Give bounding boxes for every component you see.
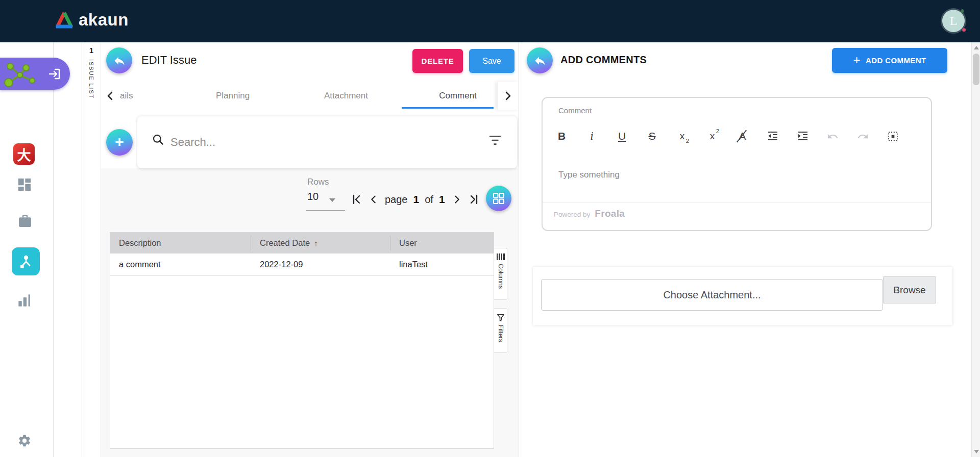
back-button[interactable] bbox=[527, 47, 553, 73]
outdent-button[interactable] bbox=[757, 122, 788, 150]
column-header-created-date[interactable]: Created Date↑ bbox=[260, 233, 318, 253]
plus-icon: + bbox=[115, 134, 124, 149]
scrollbar-thumb[interactable] bbox=[973, 54, 979, 85]
outdent-icon bbox=[767, 131, 779, 142]
sidebar-item-app[interactable]: 大 bbox=[13, 143, 35, 165]
vertical-scrollbar[interactable] bbox=[971, 42, 980, 457]
indent-icon bbox=[797, 131, 809, 142]
comment-field-label: Comment bbox=[558, 106, 592, 115]
sidebar-item-workspace-active[interactable] bbox=[0, 58, 70, 90]
scroll-up-icon[interactable] bbox=[974, 46, 979, 49]
sidebar-item-briefcase[interactable] bbox=[17, 213, 33, 229]
add-comments-panel: ADD COMMENTS + ADD COMMENT Comment B i U… bbox=[519, 42, 971, 457]
issue-count: 1 bbox=[89, 46, 93, 55]
add-comment-row-button[interactable]: + bbox=[106, 129, 133, 156]
tab-details-clipped[interactable]: ails bbox=[120, 82, 133, 110]
rows-select-underline bbox=[306, 210, 345, 211]
cell-created-date: 2022-12-09 bbox=[260, 253, 303, 275]
italic-button[interactable]: i bbox=[577, 122, 607, 150]
sidebar-item-reports[interactable] bbox=[17, 294, 32, 307]
of-word: of bbox=[425, 194, 433, 206]
next-page-button[interactable] bbox=[450, 192, 464, 207]
sidebar-item-workflow-selected[interactable] bbox=[12, 247, 40, 275]
last-page-button[interactable] bbox=[467, 192, 481, 207]
akaun-triangle-icon bbox=[54, 10, 75, 30]
current-page-number: 1 bbox=[413, 193, 420, 206]
search-card bbox=[137, 116, 517, 168]
avatar-flower-decoration bbox=[962, 28, 966, 32]
strikethrough-button[interactable]: S bbox=[637, 122, 667, 150]
superscript-button[interactable]: x2 bbox=[697, 122, 727, 150]
last-page-icon bbox=[468, 193, 480, 206]
rows-select-caret-icon[interactable] bbox=[329, 198, 335, 202]
tab-comment-selected[interactable]: Comment bbox=[439, 82, 477, 110]
search-input[interactable] bbox=[169, 132, 457, 153]
browse-button[interactable]: Browse bbox=[883, 276, 936, 303]
subscript-icon: x2 bbox=[680, 131, 685, 142]
tabs-scroll-right[interactable] bbox=[498, 82, 519, 110]
tab-attachment[interactable]: Attachment bbox=[324, 82, 368, 110]
akaun-logo: akaun bbox=[54, 10, 129, 30]
created-date-label: Created Date bbox=[260, 238, 310, 247]
columns-label: Columns bbox=[497, 264, 504, 289]
scroll-down-icon[interactable] bbox=[974, 450, 979, 453]
select-all-button[interactable] bbox=[878, 122, 908, 150]
delete-button[interactable]: DELETE bbox=[412, 49, 463, 73]
issue-tabs: ails Planning Attachment Comment bbox=[100, 82, 519, 110]
subscript-button[interactable]: x2 bbox=[667, 122, 697, 150]
save-button[interactable]: Save bbox=[469, 49, 514, 73]
column-header-description[interactable]: Description bbox=[119, 233, 161, 253]
user-avatar[interactable]: L bbox=[942, 10, 965, 32]
chevron-left-icon bbox=[107, 91, 113, 100]
briefcase-icon bbox=[17, 213, 33, 229]
attachment-placeholder: Choose Attachment... bbox=[663, 289, 761, 301]
tabs-scroll-left[interactable] bbox=[102, 82, 117, 110]
column-header-user[interactable]: User bbox=[399, 233, 417, 253]
powered-by-froala: Powered by Froala bbox=[554, 208, 625, 219]
first-page-icon bbox=[350, 193, 362, 206]
columns-side-tab[interactable]: Columns bbox=[494, 248, 507, 300]
superscript-icon: x2 bbox=[710, 131, 715, 142]
rows-per-page-select[interactable]: 10 bbox=[307, 191, 318, 202]
bold-button[interactable]: B bbox=[547, 122, 577, 150]
gear-icon bbox=[17, 434, 32, 448]
dashboard-icon bbox=[16, 176, 33, 193]
issue-list-collapsed-panel[interactable]: 1 ISSUE LIST bbox=[82, 42, 101, 457]
powered-by-text: Powered by bbox=[554, 211, 590, 218]
comment-editor: Comment B i U S x2 x2 A bbox=[542, 97, 932, 231]
table-row[interactable]: a comment 2022-12-09 linaTest bbox=[110, 253, 494, 276]
sidebar-item-dashboard[interactable] bbox=[16, 176, 33, 193]
tab-planning[interactable]: Planning bbox=[216, 82, 250, 110]
brand-name: akaun bbox=[79, 10, 129, 30]
choose-attachment-input[interactable]: Choose Attachment... bbox=[541, 279, 883, 311]
comments-table: Description Created Date↑ User a comment… bbox=[110, 232, 494, 449]
total-pages-number: 1 bbox=[439, 193, 445, 206]
page-title: EDIT Issue bbox=[141, 54, 197, 67]
back-button[interactable] bbox=[106, 47, 132, 73]
add-comment-button[interactable]: + ADD COMMENT bbox=[832, 48, 947, 73]
editor-divider bbox=[543, 202, 931, 202]
first-page-button[interactable] bbox=[349, 192, 363, 207]
attachment-card: Choose Attachment... Browse bbox=[533, 267, 952, 325]
previous-page-button[interactable] bbox=[366, 192, 381, 207]
filters-label: Filters bbox=[497, 325, 504, 342]
redo-icon bbox=[857, 131, 869, 142]
filter-list-icon[interactable] bbox=[488, 135, 502, 146]
underline-button[interactable]: U bbox=[607, 122, 637, 150]
editor-content-area[interactable]: Type something bbox=[558, 170, 620, 180]
indent-button[interactable] bbox=[788, 122, 818, 150]
undo-button[interactable] bbox=[818, 122, 848, 150]
chevron-right-icon bbox=[451, 193, 462, 206]
avatar-leaf-decoration bbox=[961, 9, 964, 13]
undo-icon bbox=[827, 131, 839, 142]
grid-view-button[interactable] bbox=[486, 186, 511, 211]
sidebar-item-settings[interactable] bbox=[17, 434, 32, 448]
clear-formatting-button[interactable]: A bbox=[727, 122, 757, 150]
pagination-controls: page 1 of 1 bbox=[349, 190, 481, 209]
app-root: akaun L 大 bbox=[0, 0, 980, 457]
redo-button[interactable] bbox=[848, 122, 878, 150]
avatar-letter: L bbox=[950, 14, 958, 28]
top-navbar: akaun L bbox=[0, 0, 980, 42]
panel-title: ADD COMMENTS bbox=[560, 54, 647, 66]
filters-side-tab[interactable]: Filters bbox=[494, 308, 507, 353]
